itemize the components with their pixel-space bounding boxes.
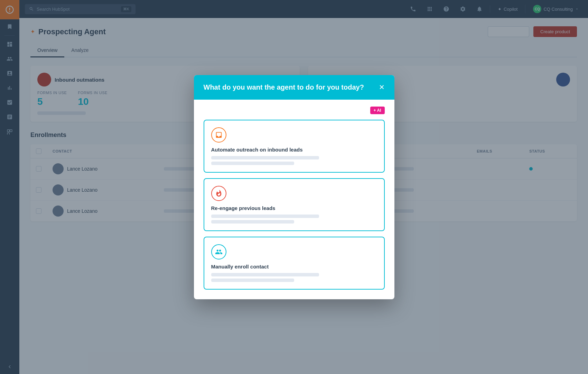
automate-icon-wrap bbox=[211, 127, 226, 143]
agent-modal: What do you want the agent to do for you… bbox=[194, 75, 394, 299]
option-automate-title: Automate outreach on inbound leads bbox=[211, 147, 377, 153]
people-icon bbox=[215, 248, 223, 256]
option-enroll-placeholder-2 bbox=[211, 279, 294, 282]
option-enroll-title: Manually enroll contact bbox=[211, 264, 377, 270]
option-enroll-placeholder-1 bbox=[211, 273, 319, 276]
option-reengage-placeholder-2 bbox=[211, 220, 294, 224]
option-automate-placeholder-2 bbox=[211, 162, 294, 165]
modal-body: + AI Automate outreach on inbound leads bbox=[194, 100, 394, 299]
option-automate-card[interactable]: Automate outreach on inbound leads bbox=[204, 120, 385, 173]
enroll-icon-wrap bbox=[211, 244, 226, 259]
reengage-icon-wrap bbox=[211, 186, 226, 201]
modal-close-button[interactable]: ✕ bbox=[379, 84, 385, 91]
option-reengage-placeholder-1 bbox=[211, 215, 319, 218]
option-reengage-card[interactable]: Re-engage previous leads bbox=[204, 178, 385, 231]
modal-title: What do you want the agent to do for you… bbox=[204, 83, 364, 91]
ai-badge: + AI bbox=[370, 107, 385, 114]
fire-icon bbox=[215, 190, 223, 197]
option-enroll-card[interactable]: Manually enroll contact bbox=[204, 237, 385, 290]
modal-overlay[interactable]: What do you want the agent to do for you… bbox=[0, 0, 588, 374]
inbox-icon bbox=[215, 131, 223, 139]
ai-badge-row: + AI bbox=[204, 107, 385, 117]
option-reengage-title: Re-engage previous leads bbox=[211, 205, 377, 211]
modal-header: What do you want the agent to do for you… bbox=[194, 75, 394, 100]
option-automate-placeholder-1 bbox=[211, 156, 319, 159]
